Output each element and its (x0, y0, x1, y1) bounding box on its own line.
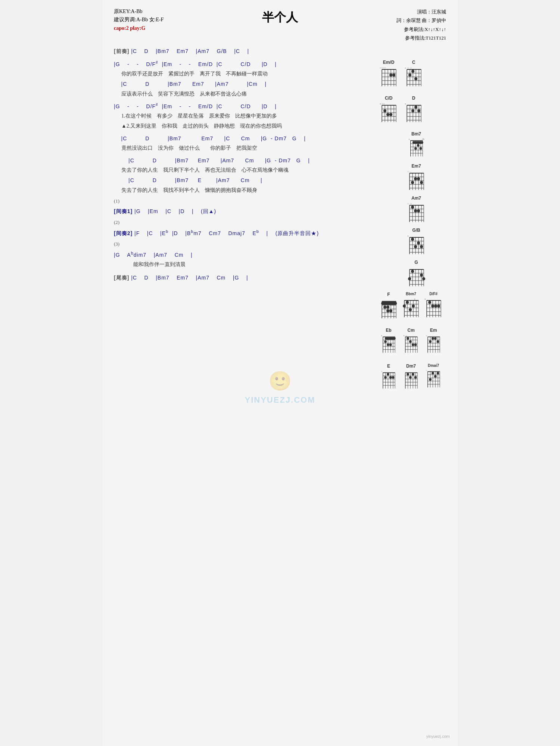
svg-point-199 (384, 340, 387, 343)
svg-text:○: ○ (407, 170, 409, 173)
chord-f: F (379, 292, 398, 319)
chord-c-diagram: x ○ ○ (404, 66, 423, 87)
verse1-lyric3: 1.在这个时候 有多少 星星在坠落 原来爱你 比想像中更加的多 (114, 111, 366, 121)
svg-point-90 (411, 181, 414, 184)
svg-point-246 (387, 373, 389, 375)
chord-c-d-label: C/D (385, 96, 393, 101)
chorus2-chords2: |C D |Bm7 E |Am7 Cm | (114, 175, 366, 185)
chord-f-label: F (387, 292, 390, 297)
main-content: [前奏] |C D |Bm7 Em7 |Am7 G/B |C | |G - - … (114, 46, 366, 283)
chord-bm7-label: Bm7 (411, 131, 421, 137)
svg-point-279 (437, 372, 439, 374)
strum-info: 参考刷法:X↑↓↑X↑↓↑ (396, 25, 446, 34)
chord-em-solo-label: Em (430, 328, 437, 333)
chord-dmaj7-diagram: ○ (424, 368, 443, 390)
svg-rect-72 (413, 141, 423, 144)
outro-chords: [尾奏] |C D |Bm7 Em7 |Am7 Cm |G | (114, 273, 366, 283)
svg-point-261 (407, 373, 409, 375)
svg-text:○: ○ (426, 334, 427, 337)
svg-text:x: x (407, 234, 409, 237)
svg-point-42 (386, 113, 389, 116)
svg-point-183 (431, 305, 434, 308)
section-marker-3: (3) (114, 241, 366, 247)
chord-dmaj7: Dmai7 ○ (424, 363, 443, 391)
prelude-section: [前奏] |C D |Bm7 Em7 |Am7 G/B |C | (114, 46, 366, 56)
svg-point-231 (434, 337, 437, 340)
svg-point-248 (392, 376, 395, 379)
svg-point-153 (386, 306, 389, 309)
chord-cm-diagram: x ○ (401, 334, 421, 355)
verse1-chords2: |G - - D/F# |Em - - Em/D |C C/D |D | 1.在… (114, 101, 366, 131)
svg-point-27 (408, 74, 411, 77)
chord-df-sharp-label: D/F# (429, 292, 438, 296)
svg-point-150 (383, 306, 386, 309)
svg-point-134 (408, 277, 411, 280)
svg-point-262 (409, 376, 412, 379)
chord-g-b-label: G/B (412, 228, 420, 233)
chord-bm7-diagram: x 2fr (407, 137, 426, 159)
svg-point-119 (411, 238, 414, 241)
interlude2-section: [间奏2] |F |C |Eb |D |Bbm7 Cm7 Dmaj7 Eb | … (114, 228, 366, 238)
svg-point-215 (409, 340, 412, 343)
svg-point-122 (420, 245, 423, 248)
svg-point-88 (414, 177, 417, 180)
svg-point-58 (417, 109, 420, 112)
chord-d-diagram: x (404, 102, 423, 123)
chord-am7-diagram: ○ ○ (407, 202, 426, 223)
svg-point-13 (392, 74, 395, 77)
svg-point-167 (406, 301, 409, 304)
verse1-lyric4: ▲2.又来到这里 你和我 走过的街头 静静地想 现在的你也想我吗 (114, 121, 366, 131)
svg-point-105 (414, 209, 417, 212)
svg-text:x: x (424, 297, 426, 300)
svg-point-217 (414, 343, 417, 346)
chord-e-label: E (387, 363, 390, 369)
chord-diagrams: Em/D ○○○○ (379, 60, 454, 399)
chorus2: |C D |Bm7 Em7 |Am7 Cm |G - Dm7 G | 失去了你的… (114, 156, 366, 195)
chord-e: E ○ (379, 363, 398, 391)
verse1-chord-row1: |G - - D/F# |Em - - Em/D |C C/D |D | (114, 59, 366, 69)
svg-point-120 (414, 245, 417, 248)
svg-text:x  ○  ○: x ○ ○ (405, 66, 412, 69)
chord-dm7-diagram (401, 369, 421, 391)
chord-bbm7: Bbm7 x (401, 292, 421, 319)
svg-point-106 (417, 209, 420, 212)
chorus2-lyric2: 失去了你的人生 我找不到半个人 慷慨的拥抱我奋不顾身 (114, 185, 366, 196)
svg-text:2fr: 2fr (422, 138, 424, 140)
svg-point-75 (420, 147, 422, 150)
svg-point-89 (417, 177, 420, 180)
interlude1-section: [间奏1] |G |Em |C |D | (回▲) (114, 206, 366, 216)
svg-point-185 (437, 305, 440, 308)
svg-point-216 (412, 343, 414, 346)
bottom-watermark: yinyuezj.com (426, 734, 450, 739)
chord-d: D x (404, 96, 423, 123)
svg-rect-149 (381, 302, 397, 305)
svg-text:○○○○: ○○○○ (380, 66, 386, 69)
chord-em7-diagram: ○ (407, 169, 426, 191)
chord-am7: Am7 ○ ○ (379, 196, 454, 223)
original-key: 原KEY:A-Bb (114, 7, 164, 16)
interlude2-chords: [间奏2] |F |C |Eb |D |Bbm7 Cm7 Dmaj7 Eb | … (114, 228, 366, 238)
svg-point-26 (411, 70, 414, 73)
chord-g-b: G/B x (379, 228, 454, 255)
chord-cm-label: Cm (407, 328, 414, 333)
svg-text:x: x (405, 102, 406, 105)
chord-bbm7-label: Bbm7 (406, 292, 416, 296)
chorus2-lyric1: 失去了你的人生 我只剩下半个人 再也无法组合 心不在焉地像个幽魂 (114, 165, 366, 175)
svg-point-57 (411, 109, 414, 112)
svg-text:○  ○: ○ ○ (407, 202, 412, 205)
svg-text:x  ○: x ○ (404, 334, 407, 337)
section3-lyric: 能和我作伴一直到清晨 (114, 260, 366, 270)
singer-info: 演唱：汪东城 (396, 7, 446, 16)
chorus2-chords1: |C D |Bm7 Em7 |Am7 Cm |G - Dm7 G | (114, 156, 366, 166)
chord-df-sharp: D/F# x (424, 292, 443, 319)
chord-c-d-diagram: x.○○ (379, 102, 398, 123)
svg-point-166 (403, 305, 406, 308)
header: 原KEY:A-Bb 建议男调:A-Bb 女:E-F capo:2 play:G … (114, 7, 446, 43)
chord-g-diagram (407, 266, 426, 287)
svg-point-184 (434, 305, 437, 308)
svg-point-121 (417, 241, 420, 244)
chord-eb-label: Eb (386, 328, 391, 333)
svg-point-278 (434, 375, 437, 378)
chord-d-label: D (412, 96, 416, 101)
svg-point-74 (417, 144, 420, 147)
